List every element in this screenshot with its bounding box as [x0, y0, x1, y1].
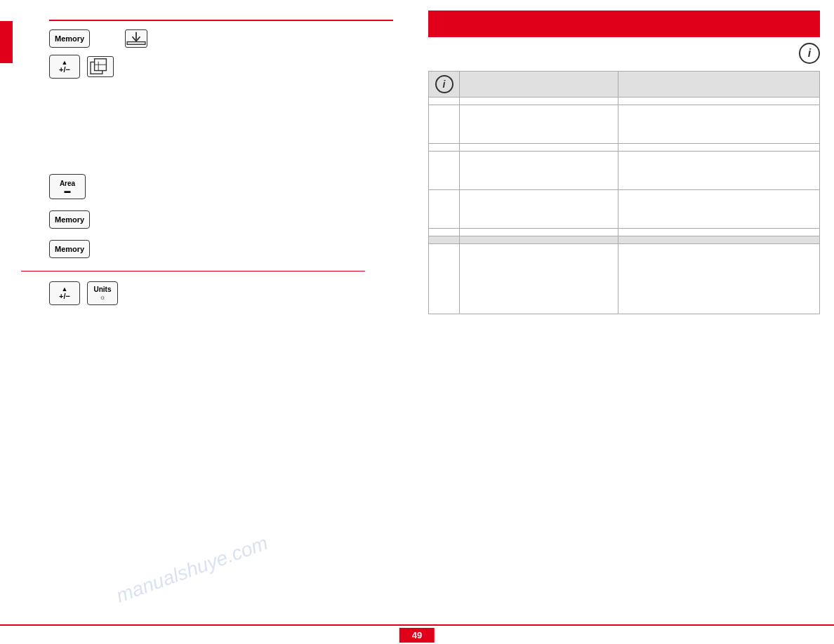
table-cell-icon	[429, 144, 460, 152]
area-label: Area	[60, 180, 75, 187]
table-cell-icon	[429, 98, 460, 105]
table-cell-mid	[460, 229, 618, 236]
pm-label: +/−	[59, 66, 70, 74]
table-cell-mid	[460, 98, 618, 105]
page-number: 49	[399, 628, 435, 643]
right-column: i i	[414, 0, 834, 644]
table-row-bottom	[429, 244, 820, 314]
table-subheader-row	[429, 236, 820, 244]
units-button[interactable]: Units ☼	[87, 281, 118, 305]
table-cell-right	[618, 152, 819, 190]
table-header-icon-cell: i	[429, 72, 460, 98]
table-cell-right	[618, 105, 819, 144]
section-units: ▲ +/− Units ☼	[49, 281, 393, 305]
units-row: ▲ +/− Units ☼	[49, 281, 393, 305]
table-subheader-col1	[460, 236, 618, 244]
table-cell-icon	[429, 152, 460, 190]
table-cell-right-bottom	[618, 244, 819, 314]
section-divider	[21, 271, 365, 271]
units-label: Units	[94, 286, 112, 293]
plus-minus-button-1[interactable]: ▲ +/−	[49, 55, 80, 79]
table-row	[429, 98, 820, 105]
download-icon-button[interactable]	[125, 29, 147, 48]
bottom-bar: 49	[0, 624, 834, 644]
text-area-1	[49, 90, 393, 167]
info-icon-container: i	[428, 43, 820, 64]
pm-label-2: +/−	[59, 293, 70, 300]
table-cell-icon	[429, 229, 460, 236]
table-cell-right	[618, 190, 819, 229]
svg-rect-0	[127, 42, 145, 45]
memory-button-3[interactable]: Memory	[49, 240, 90, 258]
table-cell-mid	[460, 152, 618, 190]
table-cell-icon	[429, 105, 460, 144]
memory-button-2[interactable]: Memory	[49, 210, 90, 229]
area-button[interactable]: Area ▬	[49, 174, 86, 199]
table-cell-right	[618, 229, 819, 236]
table-cell-icon-bottom	[429, 244, 460, 314]
top-divider	[49, 20, 393, 21]
section-memory-1: Memory ▲ +/−	[49, 29, 393, 79]
plus-minus-row-1: ▲ +/−	[49, 55, 393, 79]
table-header-col2	[618, 72, 819, 98]
section-area-memory: Area ▬ Memory Memory	[49, 174, 393, 258]
memory-btn-row-2: Memory	[49, 210, 393, 229]
table-subheader-icon	[429, 236, 460, 244]
table-header-row: i	[429, 72, 820, 98]
area-btn-row: Area ▬	[49, 174, 393, 199]
memory-row-1: Memory	[49, 29, 393, 48]
left-column: Memory ▲ +/−	[0, 0, 414, 644]
table-cell-mid	[460, 144, 618, 152]
table-row	[429, 105, 820, 144]
memory-btn-row-3: Memory	[49, 240, 393, 258]
table-row	[429, 229, 820, 236]
table-row	[429, 152, 820, 190]
table-cell-mid	[460, 190, 618, 229]
memory-button-1[interactable]: Memory	[49, 29, 90, 48]
units-icon: ☼	[99, 293, 105, 301]
table-subheader-col2	[618, 236, 819, 244]
info-table: i	[428, 71, 820, 314]
info-icon[interactable]: i	[799, 43, 820, 64]
table-cell-right	[618, 98, 819, 105]
table-header-col1	[460, 72, 618, 98]
copy-icon-button[interactable]	[87, 56, 114, 77]
table-cell-mid	[460, 105, 618, 144]
red-top-bar	[428, 11, 820, 37]
table-row	[429, 190, 820, 229]
plus-minus-button-2[interactable]: ▲ +/−	[49, 281, 80, 305]
page-container: Memory ▲ +/−	[0, 0, 834, 644]
table-row	[429, 144, 820, 152]
area-icon: ▬	[65, 187, 71, 194]
table-info-icon: i	[435, 75, 454, 93]
table-cell-mid-bottom	[460, 244, 618, 314]
table-cell-right	[618, 144, 819, 152]
table-cell-icon	[429, 190, 460, 229]
